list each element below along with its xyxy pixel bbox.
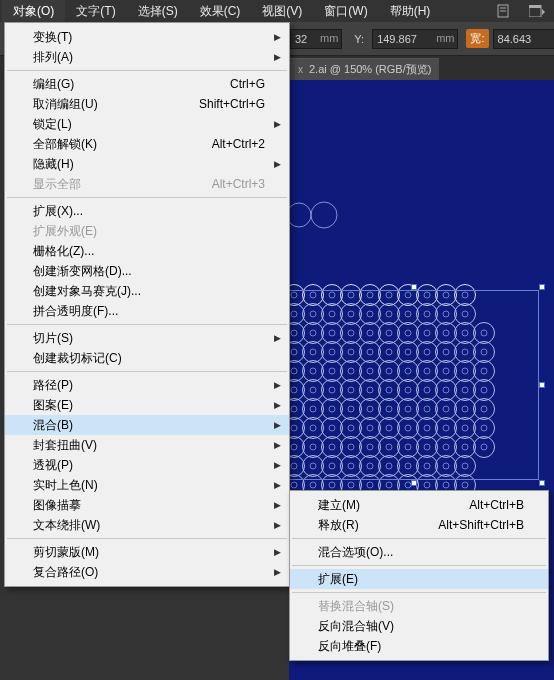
submenu-arrow-icon: ▶ — [274, 119, 281, 129]
object-menu-item-18[interactable]: 创建裁切标记(C) — [5, 348, 289, 368]
menu-item-shortcut: Shift+Ctrl+G — [199, 97, 265, 111]
w-input[interactable] — [493, 29, 554, 49]
submenu-arrow-icon: ▶ — [274, 480, 281, 490]
menu-item-label: 显示全部 — [33, 176, 81, 193]
object-menu-item-7[interactable]: 隐藏(H)▶ — [5, 154, 289, 174]
menu-item-label: 创建对象马赛克(J)... — [33, 283, 141, 300]
object-menu-item-20[interactable]: 路径(P)▶ — [5, 375, 289, 395]
submenu-arrow-icon: ▶ — [274, 460, 281, 470]
menu-item-label: 透视(P) — [33, 457, 73, 474]
submenu-arrow-icon: ▶ — [274, 159, 281, 169]
menu-item-label: 扩展(X)... — [33, 203, 83, 220]
menu-item-label: 图案(E) — [33, 397, 73, 414]
document-tab[interactable]: x 2.ai @ 150% (RGB/预览) — [290, 58, 439, 80]
object-menu-item-15[interactable]: 拼合透明度(F)... — [5, 301, 289, 321]
object-menu-item-6[interactable]: 全部解锁(K)Alt+Ctrl+2 — [5, 134, 289, 154]
menu-item-label: 取消编组(U) — [33, 96, 98, 113]
menu-item-label: 扩展(E) — [318, 571, 358, 588]
w-label: 宽: — [466, 29, 488, 48]
y-unit: mm — [433, 29, 458, 49]
doc-icon[interactable] — [492, 2, 514, 20]
menu-item-label: 封套扭曲(V) — [33, 437, 97, 454]
menu-item-shortcut: Alt+Shift+Ctrl+B — [438, 518, 524, 532]
object-menu-item-1[interactable]: 排列(A)▶ — [5, 47, 289, 67]
menu-item-shortcut: Alt+Ctrl+B — [469, 498, 524, 512]
blend-submenu-separator — [292, 565, 546, 566]
object-menu-item-21[interactable]: 图案(E)▶ — [5, 395, 289, 415]
object-menu-item-27[interactable]: 文本绕排(W)▶ — [5, 515, 289, 535]
object-menu-item-30[interactable]: 复合路径(O)▶ — [5, 562, 289, 582]
submenu-arrow-icon: ▶ — [274, 567, 281, 577]
object-menu-item-29[interactable]: 剪切蒙版(M)▶ — [5, 542, 289, 562]
blend-submenu-item-9[interactable]: 反向堆叠(F) — [290, 636, 548, 656]
svg-point-6 — [311, 202, 337, 228]
submenu-arrow-icon: ▶ — [274, 32, 281, 42]
object-menu-item-17[interactable]: 切片(S)▶ — [5, 328, 289, 348]
menubar-item-help[interactable]: 帮助(H) — [379, 0, 442, 23]
menu-item-label: 剪切蒙版(M) — [33, 544, 99, 561]
x-unit: mm — [317, 29, 342, 49]
object-menu-item-26[interactable]: 图像描摹▶ — [5, 495, 289, 515]
menubar-item-type[interactable]: 文字(T) — [65, 0, 126, 23]
menubar: 对象(O) 文字(T) 选择(S) 效果(C) 视图(V) 窗口(W) 帮助(H… — [0, 0, 554, 22]
menu-item-label: 路径(P) — [33, 377, 73, 394]
menu-item-label: 扩展外观(E) — [33, 223, 97, 240]
menubar-item-effect[interactable]: 效果(C) — [189, 0, 252, 23]
object-menu-item-3[interactable]: 编组(G)Ctrl+G — [5, 74, 289, 94]
selection-bounds — [289, 290, 539, 480]
menu-item-label: 锁定(L) — [33, 116, 72, 133]
menu-item-label: 混合选项(O)... — [318, 544, 393, 561]
menubar-item-view[interactable]: 视图(V) — [251, 0, 313, 23]
menu-item-label: 实时上色(N) — [33, 477, 98, 494]
object-menu-item-22[interactable]: 混合(B)▶ — [5, 415, 289, 435]
object-menu-item-24[interactable]: 透视(P)▶ — [5, 455, 289, 475]
blend-submenu: 建立(M)Alt+Ctrl+B释放(R)Alt+Shift+Ctrl+B混合选项… — [289, 490, 549, 661]
menu-item-label: 创建裁切标记(C) — [33, 350, 122, 367]
submenu-arrow-icon: ▶ — [274, 333, 281, 343]
y-input[interactable] — [372, 29, 434, 49]
object-menu-item-5[interactable]: 锁定(L)▶ — [5, 114, 289, 134]
blend-submenu-item-1[interactable]: 释放(R)Alt+Shift+Ctrl+B — [290, 515, 548, 535]
object-menu-separator — [7, 70, 287, 71]
menu-item-label: 文本绕排(W) — [33, 517, 100, 534]
menu-item-label: 释放(R) — [318, 517, 359, 534]
layout-icon[interactable] — [526, 2, 548, 20]
object-menu-item-12[interactable]: 栅格化(Z)... — [5, 241, 289, 261]
x-input[interactable] — [290, 29, 318, 49]
submenu-arrow-icon: ▶ — [274, 380, 281, 390]
submenu-arrow-icon: ▶ — [274, 547, 281, 557]
blend-submenu-item-3[interactable]: 混合选项(O)... — [290, 542, 548, 562]
object-menu-item-0[interactable]: 变换(T)▶ — [5, 27, 289, 47]
object-menu-item-4[interactable]: 取消编组(U)Shift+Ctrl+G — [5, 94, 289, 114]
object-menu-separator — [7, 371, 287, 372]
submenu-arrow-icon: ▶ — [274, 52, 281, 62]
menu-item-shortcut: Ctrl+G — [230, 77, 265, 91]
object-menu-item-25[interactable]: 实时上色(N)▶ — [5, 475, 289, 495]
menu-item-label: 复合路径(O) — [33, 564, 98, 581]
menu-item-label: 编组(G) — [33, 76, 74, 93]
object-menu-item-13[interactable]: 创建渐变网格(D)... — [5, 261, 289, 281]
menubar-item-window[interactable]: 窗口(W) — [313, 0, 378, 23]
blend-submenu-item-7: 替换混合轴(S) — [290, 596, 548, 616]
blend-submenu-item-0[interactable]: 建立(M)Alt+Ctrl+B — [290, 495, 548, 515]
y-label: Y: — [350, 31, 368, 47]
object-menu-item-23[interactable]: 封套扭曲(V)▶ — [5, 435, 289, 455]
menu-item-label: 隐藏(H) — [33, 156, 74, 173]
object-menu-item-10[interactable]: 扩展(X)... — [5, 201, 289, 221]
menubar-item-select[interactable]: 选择(S) — [127, 0, 189, 23]
menu-item-label: 混合(B) — [33, 417, 73, 434]
menu-item-label: 拼合透明度(F)... — [33, 303, 118, 320]
menu-item-label: 切片(S) — [33, 330, 73, 347]
svg-rect-4 — [529, 5, 541, 8]
object-menu-separator — [7, 538, 287, 539]
blend-submenu-item-8[interactable]: 反向混合轴(V) — [290, 616, 548, 636]
object-menu-separator — [7, 197, 287, 198]
menu-item-label: 替换混合轴(S) — [318, 598, 394, 615]
blend-submenu-separator — [292, 592, 546, 593]
menubar-item-object[interactable]: 对象(O) — [2, 0, 65, 23]
object-menu-item-14[interactable]: 创建对象马赛克(J)... — [5, 281, 289, 301]
menu-item-label: 创建渐变网格(D)... — [33, 263, 132, 280]
object-menu-separator — [7, 324, 287, 325]
tab-close[interactable]: x — [298, 64, 303, 75]
blend-submenu-item-5[interactable]: 扩展(E) — [290, 569, 548, 589]
